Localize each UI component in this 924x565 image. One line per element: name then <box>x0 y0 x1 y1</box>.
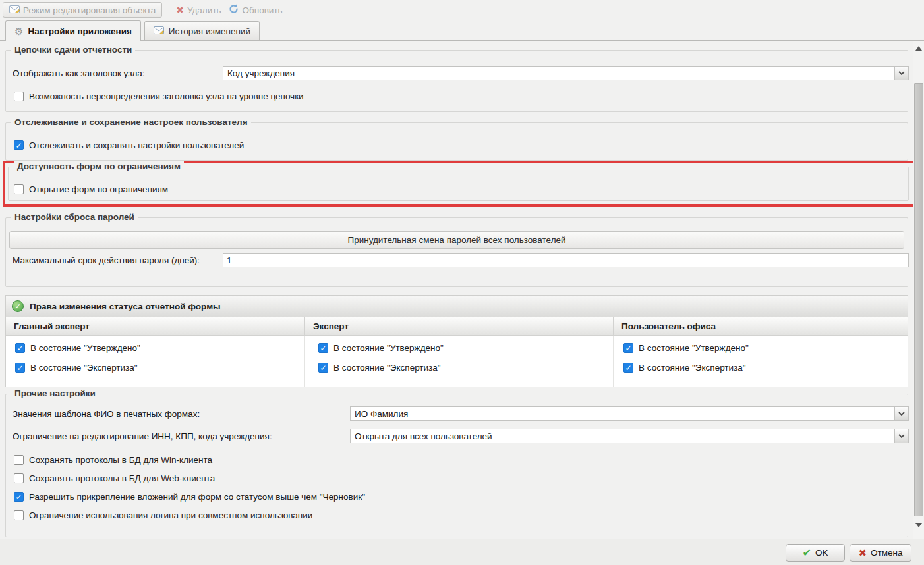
delete-x-icon: ✖ <box>176 5 184 15</box>
cell-office-user: В состояние "Утверждено" В состояние "Эк… <box>614 336 908 387</box>
checkbox-box[interactable] <box>14 184 24 194</box>
fio-template-value: ИО Фамилия <box>355 409 408 419</box>
max-password-age-label: Максимальный срок действия пароля (дней)… <box>13 254 217 267</box>
fieldset-password-reset-title: Настройки сброса паролей <box>11 212 138 222</box>
toolbar-separator <box>167 3 167 16</box>
checkbox-office-expertise[interactable]: В состояние "Экспертиза" <box>623 363 746 373</box>
cancel-button[interactable]: ✖ Отмена <box>850 544 911 562</box>
checkbox-box[interactable] <box>623 343 633 353</box>
scrollbar-thumb[interactable] <box>914 83 923 516</box>
column-header-expert: Эксперт <box>305 317 614 335</box>
scroll-up-button[interactable] <box>915 45 923 53</box>
checkbox-label: В состояние "Экспертиза" <box>639 363 746 373</box>
checkbox-label: В состояние "Экспертиза" <box>333 363 441 373</box>
checkbox-chief-approved[interactable]: В состояние "Утверждено" <box>15 343 140 353</box>
settings-content: Цепочки сдачи отчетности Отображать как … <box>0 41 924 539</box>
checkbox-box[interactable] <box>14 92 24 101</box>
node-header-label: Отображать как заголовок узла: <box>13 68 145 78</box>
triangle-up-icon <box>915 46 922 51</box>
checkbox-expert-approved[interactable]: В состояние "Утверждено" <box>318 343 444 353</box>
checkbox-box[interactable] <box>15 343 25 353</box>
checkbox-expert-expertise[interactable]: В состояние "Экспертиза" <box>318 363 441 373</box>
cancel-label: Отмена <box>871 548 902 558</box>
checkbox-box[interactable] <box>15 363 25 373</box>
fieldset-other-settings-title: Прочие настройки <box>11 389 99 398</box>
checkbox-box[interactable] <box>14 473 24 483</box>
force-password-change-button[interactable]: Принудительная смена паролей всех пользо… <box>9 231 904 249</box>
checkbox-open-forms-restrictions[interactable]: Открытие форм по ограничениям <box>14 184 168 194</box>
refresh-button[interactable]: Обновить <box>225 2 286 18</box>
cell-chief-expert: В состояние "Утверждено" В состояние "Эк… <box>6 336 305 387</box>
inn-edit-restriction-value: Открыта для всех пользователей <box>355 431 492 441</box>
tab-app-settings-label: Настройки приложения <box>28 26 131 36</box>
checkbox-label: Сохранять протоколы в БД для Win-клиента <box>29 455 212 465</box>
chevron-down-icon[interactable] <box>894 67 908 80</box>
refresh-label: Обновить <box>242 5 282 15</box>
checkbox-login-restriction[interactable]: Ограничение использования логина при сов… <box>14 510 312 520</box>
checkbox-win-protocols[interactable]: Сохранять протоколы в БД для Win-клиента <box>14 455 212 465</box>
fio-template-label: Значения шаблона ФИО в печатных формах: <box>13 409 200 419</box>
checkbox-box[interactable] <box>14 492 24 502</box>
tab-app-settings[interactable]: ⚙ Настройки приложения <box>5 20 141 41</box>
triangle-down-icon <box>915 523 922 527</box>
status-rights-column-headers: Главный эксперт Эксперт Пользователь офи… <box>6 317 908 336</box>
node-header-combobox[interactable]: Код учреждения <box>223 66 909 80</box>
edit-mode-label: Режим редактирования объекта <box>23 5 156 15</box>
refresh-icon <box>229 4 239 16</box>
checkbox-label: Отслеживать и сохранять настройки пользо… <box>29 140 244 150</box>
status-rights-title: Права изменения статуса отчетной формы <box>30 302 221 311</box>
delete-button[interactable]: ✖ Удалить <box>172 2 225 18</box>
gear-icon: ⚙ <box>14 26 23 36</box>
tab-change-history[interactable]: История изменений <box>144 21 260 40</box>
checkbox-label: В состояние "Утверждено" <box>30 343 140 353</box>
inn-edit-restriction-combobox[interactable]: Открыта для всех пользователей <box>350 429 909 443</box>
checkbox-web-protocols[interactable]: Сохранять протоколы в БД для Web-клиента <box>14 473 215 483</box>
edit-mode-button[interactable]: Режим редактирования объекта <box>3 2 162 18</box>
footer-bar: ✔ OK ✖ Отмена <box>0 539 924 565</box>
fieldset-report-chains: Цепочки сдачи отчетности Отображать как … <box>5 50 908 112</box>
checkbox-office-approved[interactable]: В состояние "Утверждено" <box>623 343 749 353</box>
cell-expert: В состояние "Утверждено" В состояние "Эк… <box>305 336 614 387</box>
scroll-down-button[interactable] <box>915 522 923 529</box>
fieldset-other-settings: Прочие настройки Значения шаблона ФИО в … <box>5 394 908 537</box>
checkbox-box[interactable] <box>318 363 328 373</box>
checkbox-override-node-header[interactable]: Возможность переопределения заголовка уз… <box>14 92 304 101</box>
fieldset-form-restrictions-title: Доступность форм по ограничениям <box>14 161 184 171</box>
checkbox-label: Возможность переопределения заголовка уз… <box>29 92 304 101</box>
max-password-age-input[interactable] <box>223 253 909 267</box>
app-window: Режим редактирования объекта ✖ Удалить О… <box>0 0 924 565</box>
chevron-down-icon[interactable] <box>894 429 908 443</box>
checkbox-label: В состояние "Утверждено" <box>333 343 444 353</box>
checkbox-label: В состояние "Утверждено" <box>639 343 749 353</box>
status-rights-header: ✓ Права изменения статуса отчетной формы <box>6 296 908 317</box>
checkbox-label: Разрешить прикрепление вложений для форм… <box>29 492 365 502</box>
checkbox-chief-expertise[interactable]: В состояние "Экспертиза" <box>15 363 138 373</box>
delete-label: Удалить <box>187 5 221 15</box>
fieldset-form-restrictions: Доступность форм по ограничениям Открыти… <box>8 167 909 201</box>
checkbox-track-user-settings[interactable]: Отслеживать и сохранять настройки пользо… <box>14 140 244 150</box>
fieldset-user-settings-tracking: Отслеживание и сохранение настроек польз… <box>5 122 908 161</box>
ok-button[interactable]: ✔ OK <box>786 544 845 562</box>
highlight-red-frame: Доступность форм по ограничениям Открыти… <box>3 161 917 207</box>
envelope-pencil-icon <box>9 5 20 15</box>
checkbox-box[interactable] <box>623 363 633 373</box>
checkbox-label: Ограничение использования логина при сов… <box>29 510 312 520</box>
vertical-scrollbar[interactable] <box>913 41 924 539</box>
chevron-down-icon[interactable] <box>894 407 908 420</box>
checkbox-box[interactable] <box>14 140 24 150</box>
node-header-value: Код учреждения <box>227 68 295 78</box>
column-header-office-user: Пользователь офиса <box>614 317 908 335</box>
checkbox-box[interactable] <box>14 510 24 520</box>
checkbox-allow-attachments[interactable]: Разрешить прикрепление вложений для форм… <box>14 492 365 502</box>
fio-template-combobox[interactable]: ИО Фамилия <box>350 406 909 421</box>
checkbox-label: Сохранять протоколы в БД для Web-клиента <box>29 473 215 483</box>
checkbox-box[interactable] <box>318 343 328 353</box>
ok-label: OK <box>815 548 828 558</box>
toolbar: Режим редактирования объекта ✖ Удалить О… <box>0 0 924 20</box>
status-rights-body: В состояние "Утверждено" В состояние "Эк… <box>6 336 908 387</box>
fieldset-report-chains-title: Цепочки сдачи отчетности <box>11 45 135 55</box>
fieldset-user-settings-tracking-title: Отслеживание и сохранение настроек польз… <box>11 117 251 127</box>
checkbox-box[interactable] <box>14 455 24 465</box>
green-check-icon: ✓ <box>12 300 24 312</box>
checkbox-label: В состояние "Экспертиза" <box>30 363 138 373</box>
